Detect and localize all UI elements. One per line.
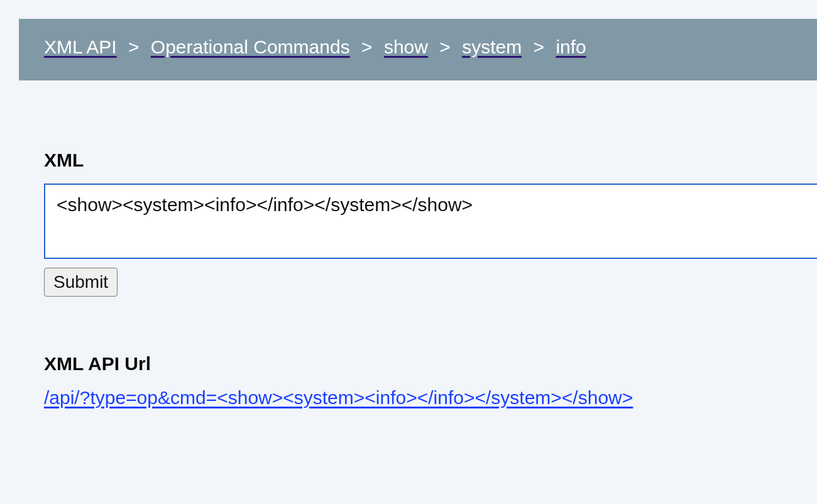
breadcrumb-separator: > — [122, 36, 146, 57]
breadcrumb: XML API > Operational Commands > show > … — [19, 19, 817, 80]
breadcrumb-xml-api[interactable]: XML API — [44, 36, 117, 57]
xml-api-url-link[interactable]: /api/?type=op&cmd=<show><system><info></… — [44, 387, 633, 408]
breadcrumb-operational-commands[interactable]: Operational Commands — [151, 36, 350, 57]
xml-input[interactable] — [44, 184, 817, 259]
breadcrumb-separator: > — [527, 36, 551, 57]
xml-heading: XML — [44, 150, 817, 171]
xml-api-url-heading: XML API Url — [44, 353, 817, 375]
breadcrumb-system[interactable]: system — [462, 36, 522, 57]
submit-button[interactable]: Submit — [44, 268, 118, 297]
breadcrumb-info[interactable]: info — [556, 36, 586, 57]
breadcrumb-show[interactable]: show — [384, 36, 428, 57]
xml-section: XML Submit — [44, 150, 817, 297]
breadcrumb-separator: > — [433, 36, 457, 57]
xml-api-url-section: XML API Url /api/?type=op&cmd=<show><sys… — [44, 353, 817, 408]
breadcrumb-separator: > — [355, 36, 379, 57]
